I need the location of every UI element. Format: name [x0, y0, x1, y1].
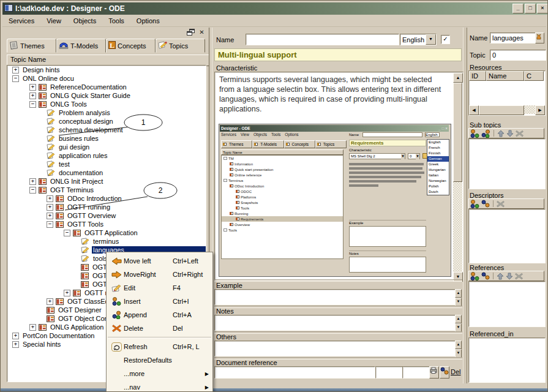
- tree-item-onlg-tools[interactable]: −ONLG Tools: [7, 100, 206, 108]
- tree-item-busines-rules[interactable]: busines rules: [7, 134, 206, 143]
- sidebar-topic-input[interactable]: [490, 50, 546, 61]
- scroll-left-icon[interactable]: ◀: [469, 105, 479, 115]
- menu-item-services[interactable]: Services: [2, 16, 40, 26]
- tree-item-schema-development[interactable]: schema development: [7, 126, 206, 134]
- menu-item-view[interactable]: View: [40, 16, 67, 26]
- tree-item-onlg-quick-starter-guide[interactable]: +ONLG Quick Starter Guide: [7, 91, 206, 100]
- tree-item-ogt-terminus[interactable]: −OGT Terminus: [7, 186, 206, 194]
- insert-icon[interactable]: [470, 272, 479, 281]
- scroll-right-icon[interactable]: ▶: [535, 105, 545, 115]
- scrollbar-track[interactable]: [524, 105, 535, 114]
- float-window-icon[interactable]: [186, 29, 195, 37]
- link-icon[interactable]: [481, 200, 490, 208]
- expand-plus-icon[interactable]: +: [29, 84, 36, 91]
- delete-reference-button[interactable]: Del: [451, 368, 461, 375]
- context-menu-item-moveright[interactable]: MoveRightCtrl+Right: [107, 268, 212, 281]
- append-icon[interactable]: [481, 129, 490, 138]
- language-select[interactable]: English ▼: [400, 34, 437, 45]
- printer-icon[interactable]: [429, 366, 439, 379]
- topic-name-input[interactable]: [246, 34, 399, 45]
- tree-item-onl-online-docu[interactable]: −ONL Online docu: [7, 74, 206, 83]
- expand-plus-icon[interactable]: +: [47, 204, 53, 211]
- expand-plus-icon[interactable]: +: [29, 178, 36, 185]
- tree-item-test[interactable]: test: [7, 160, 206, 168]
- characteristic-editor[interactable]: Terminus supports several languages, whi…: [214, 72, 464, 281]
- minimize-button[interactable]: _: [512, 4, 524, 13]
- scrollbar-track[interactable]: [453, 182, 462, 272]
- context-menu-item-refresh[interactable]: RefreshCtrl+R, L: [107, 340, 212, 353]
- scrollbar-thumb[interactable]: [453, 83, 462, 182]
- scroll-up-icon[interactable]: ▲: [453, 73, 463, 83]
- tree-item-documentation[interactable]: documentation: [7, 168, 206, 177]
- tab-t-models[interactable]: T-Models: [56, 39, 106, 53]
- title-bar[interactable]: l:\adk\ode.dev : Designer - ODE _ □ ×: [2, 2, 548, 15]
- context-menu-item-insert[interactable]: InsertCtrl+I: [107, 295, 212, 308]
- tree-item-gui-design[interactable]: gui design: [7, 143, 206, 151]
- collapse-minus-icon[interactable]: −: [64, 230, 70, 236]
- resources-hscrollbar[interactable]: ◀ ▶: [469, 105, 545, 114]
- tree-item-onlg-init-project[interactable]: +ONLG Init Project: [7, 177, 206, 186]
- tree-item-conceptual-design[interactable]: conceptual design: [7, 117, 206, 126]
- scrollbar-thumb[interactable]: [479, 105, 524, 115]
- dock-close-icon[interactable]: ✕: [197, 29, 206, 37]
- context-menu-item-delete[interactable]: DeleteDel: [107, 322, 212, 335]
- resources-table-body[interactable]: [469, 81, 545, 105]
- collapse-minus-icon[interactable]: −: [47, 221, 53, 228]
- others-spinner[interactable]: ▲▼: [455, 341, 462, 358]
- collapse-minus-icon[interactable]: −: [29, 187, 36, 194]
- resources-column-c[interactable]: C: [524, 71, 544, 81]
- collapse-minus-icon[interactable]: −: [12, 75, 19, 82]
- context-menu-item-move-left[interactable]: Move leftCtrl+Left: [107, 254, 212, 268]
- collapse-minus-icon[interactable]: −: [29, 101, 36, 108]
- maximize-button[interactable]: □: [525, 4, 536, 13]
- tree-item-referencedocumentation[interactable]: +ReferenceDocumentation: [7, 83, 206, 91]
- tree-item-problem-analysis[interactable]: Problem analysis: [7, 108, 206, 117]
- expand-plus-icon[interactable]: +: [12, 333, 19, 339]
- up-icon[interactable]: [497, 130, 505, 137]
- notes-field[interactable]: [214, 315, 456, 331]
- down-icon[interactable]: [506, 273, 513, 280]
- referenced-in-list[interactable]: [468, 337, 546, 383]
- expand-plus-icon[interactable]: +: [47, 298, 53, 305]
- tree-item-ogtt-tools[interactable]: −OGTT Tools: [7, 220, 206, 228]
- menu-item-tools[interactable]: Tools: [102, 16, 130, 26]
- resources-column-name[interactable]: Name: [486, 71, 524, 81]
- tab-topics[interactable]: Topics: [156, 39, 205, 53]
- insert-icon[interactable]: [470, 200, 479, 208]
- resources-column-id[interactable]: ID: [469, 71, 486, 81]
- up-icon[interactable]: [497, 273, 504, 280]
- document-reference-field-2[interactable]: [375, 366, 403, 379]
- close-button[interactable]: ×: [537, 4, 548, 13]
- sidebar-name-input[interactable]: [490, 32, 536, 43]
- tree-item-terminus[interactable]: terminus: [7, 237, 206, 246]
- tree-item-odoc-introduction[interactable]: +ODoc Introduction: [7, 194, 206, 203]
- document-reference-field-3[interactable]: [402, 366, 430, 379]
- example-spinner[interactable]: ▲▼: [455, 289, 462, 306]
- resources-table[interactable]: IDNameC ◀ ▶: [468, 70, 546, 116]
- expand-plus-icon[interactable]: +: [29, 92, 36, 99]
- sub-topics-list[interactable]: [468, 138, 546, 189]
- expand-plus-icon[interactable]: +: [47, 213, 53, 219]
- chevron-down-icon[interactable]: ▼: [426, 34, 436, 45]
- tree-item-ogtt-application[interactable]: −OGTT Application: [7, 228, 206, 237]
- name-edit-button[interactable]: [535, 32, 544, 43]
- tab-concepts[interactable]: LConcepts: [106, 39, 156, 53]
- descriptors-list[interactable]: [468, 209, 546, 263]
- tree-item-ogtt-running[interactable]: +OGTT running: [7, 203, 206, 211]
- document-reference-input[interactable]: [214, 366, 375, 379]
- context-menu-item-restoredefaults[interactable]: RestoreDefaults: [107, 353, 212, 367]
- insert-icon[interactable]: [470, 129, 479, 138]
- link-icon[interactable]: [481, 272, 490, 280]
- tree-item-ogtt-overview[interactable]: +OGTT Overview: [7, 211, 206, 220]
- expand-plus-icon[interactable]: +: [47, 195, 53, 202]
- expand-plus-icon[interactable]: +: [12, 341, 19, 348]
- notes-spinner[interactable]: ▲▼: [455, 315, 462, 332]
- down-icon[interactable]: [506, 130, 514, 137]
- sidebar-splitter[interactable]: [463, 28, 467, 383]
- menu-item-objects[interactable]: Objects: [67, 16, 102, 26]
- delete-gray-icon[interactable]: [497, 200, 505, 208]
- tab-themes[interactable]: Themes: [7, 39, 56, 53]
- language-checkbox[interactable]: ✓: [441, 35, 450, 44]
- references-list[interactable]: [468, 281, 546, 327]
- expand-plus-icon[interactable]: +: [64, 290, 70, 296]
